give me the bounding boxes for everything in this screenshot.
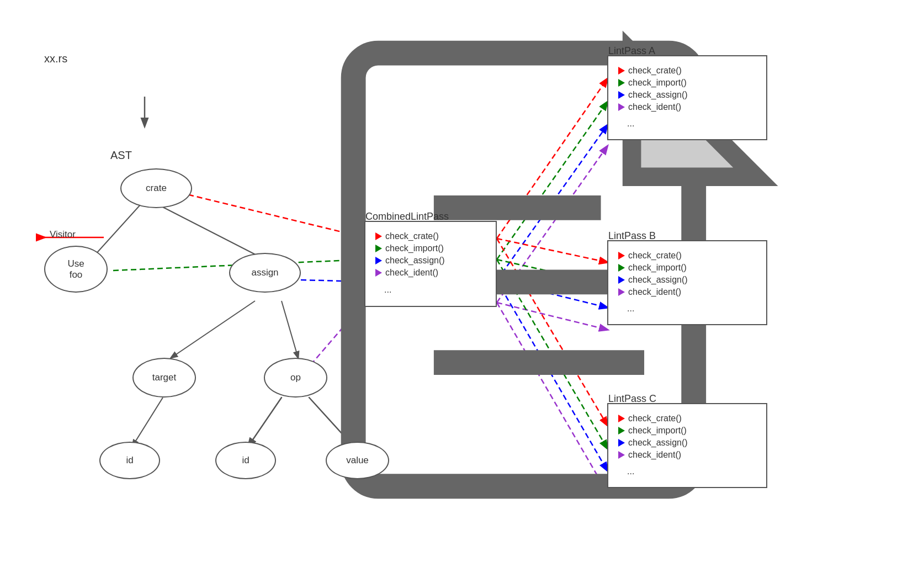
lintpass-b-row-1: check_import() xyxy=(618,263,756,272)
lintpass-a-row-3: check_ident() xyxy=(618,103,756,112)
lintpass-c-row-2: check_assign() xyxy=(618,438,756,447)
lintpass-b-method-2: check_assign() xyxy=(628,276,688,284)
lintpass-a-row-2: check_assign() xyxy=(618,91,756,99)
combined-row-0: check_crate() xyxy=(375,232,486,241)
node-target: target xyxy=(132,358,196,398)
svg-line-23 xyxy=(497,280,607,470)
lintpass-a-method-0: check_crate() xyxy=(628,66,682,75)
svg-line-11 xyxy=(301,280,364,282)
lintpass-a-method-3: check_ident() xyxy=(628,103,681,112)
svg-line-13 xyxy=(497,79,607,239)
node-id2: id xyxy=(215,442,276,479)
node-crate: crate xyxy=(120,168,192,208)
svg-line-6 xyxy=(248,398,282,446)
lintpass-a-box: LintPass A check_crate() check_import() … xyxy=(607,55,767,140)
lintpass-a-method-2: check_assign() xyxy=(628,91,688,99)
tri-red-0 xyxy=(375,232,382,240)
lintpass-b-row-0: check_crate() xyxy=(618,251,756,260)
svg-line-9 xyxy=(171,190,364,237)
lintpass-b-method-0: check_crate() xyxy=(628,251,682,260)
combined-row-1: check_import() xyxy=(375,244,486,253)
combined-ellipsis: ... xyxy=(384,280,486,299)
filename-label: xx.rs xyxy=(44,52,67,65)
lintpass-b-method-1: check_import() xyxy=(628,263,687,272)
combined-method-1: check_import() xyxy=(385,244,444,253)
lintpass-c-ellipsis: ... xyxy=(627,463,756,480)
combined-row-2: check_assign() xyxy=(375,256,486,265)
lintpass-c-method-1: check_import() xyxy=(628,426,687,435)
lintpass-b-box: LintPass B check_crate() check_import() … xyxy=(607,240,767,325)
lintpass-c-method-2: check_assign() xyxy=(628,438,688,447)
lintpass-c-row-0: check_crate() xyxy=(618,414,756,423)
node-id1: id xyxy=(99,442,160,479)
lintpass-a-row-1: check_import() xyxy=(618,78,756,87)
svg-line-17 xyxy=(497,239,607,262)
lintpass-c-method-0: check_crate() xyxy=(628,414,682,423)
node-use-foo: Usefoo xyxy=(44,246,108,293)
lintpass-b-row-2: check_assign() xyxy=(618,276,756,284)
lintpass-b-row-3: check_ident() xyxy=(618,288,756,296)
combined-row-3: check_ident() xyxy=(375,268,486,277)
combined-title: CombinedLintPass xyxy=(365,206,449,227)
svg-line-19 xyxy=(497,280,607,308)
ast-label: AST xyxy=(110,149,132,162)
lintpass-c-method-3: check_ident() xyxy=(628,451,681,459)
svg-line-16 xyxy=(497,146,607,303)
node-assign: assign xyxy=(229,253,301,293)
tri-green-1 xyxy=(375,245,382,252)
combined-method-2: check_assign() xyxy=(385,256,445,265)
lintpass-c-title: LintPass C xyxy=(608,389,656,409)
tri-purple-3 xyxy=(375,269,382,277)
lintpass-b-ellipsis: ... xyxy=(627,300,756,317)
svg-line-4 xyxy=(282,301,298,358)
lintpass-c-box: LintPass C check_crate() check_import() … xyxy=(607,403,767,488)
visitor-label: Visitor xyxy=(50,229,76,240)
svg-line-7 xyxy=(309,398,353,446)
svg-line-5 xyxy=(132,398,163,446)
combined-method-3: check_ident() xyxy=(385,268,438,277)
lintpass-b-title: LintPass B xyxy=(608,226,656,246)
lintpass-a-row-0: check_crate() xyxy=(618,66,756,75)
svg-line-3 xyxy=(171,301,255,358)
lintpass-c-row-1: check_import() xyxy=(618,426,756,435)
svg-line-15 xyxy=(497,125,607,280)
svg-line-21 xyxy=(497,239,607,425)
lintpass-a-ellipsis: ... xyxy=(627,115,756,133)
node-value: value xyxy=(326,442,389,479)
svg-line-14 xyxy=(497,102,607,259)
node-op: op xyxy=(264,358,327,398)
svg-line-20 xyxy=(497,303,607,330)
svg-line-22 xyxy=(497,259,607,448)
combined-method-0: check_crate() xyxy=(385,232,439,241)
lintpass-a-method-1: check_import() xyxy=(628,78,687,87)
lintpass-c-row-3: check_ident() xyxy=(618,451,756,459)
svg-line-18 xyxy=(497,259,607,284)
combined-lint-pass-box: CombinedLintPass check_crate() check_imp… xyxy=(364,221,497,307)
lintpass-a-title: LintPass A xyxy=(608,41,655,61)
lintpass-b-method-3: check_ident() xyxy=(628,288,681,296)
svg-line-24 xyxy=(497,303,607,492)
tri-blue-2 xyxy=(375,257,382,264)
